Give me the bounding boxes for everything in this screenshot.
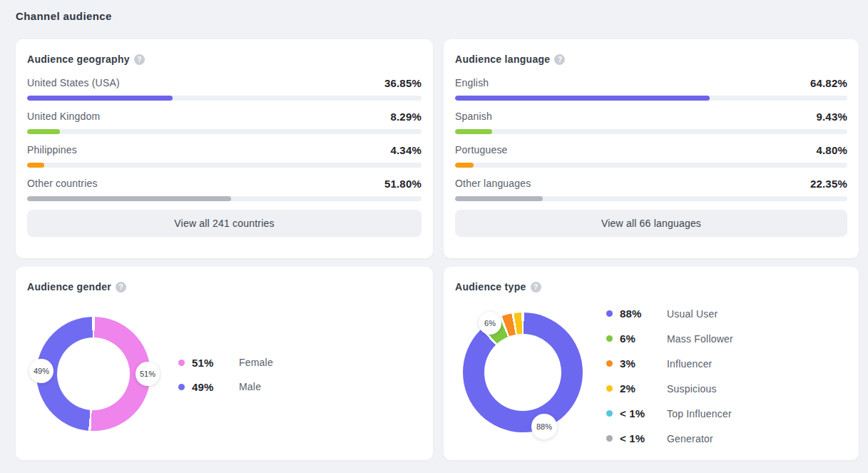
page-title: Channel audience — [16, 10, 859, 22]
legend-dot-male — [178, 384, 185, 390]
legend-item-usual-user: 88% Usual User — [606, 301, 733, 326]
language-value: 64.82% — [810, 77, 847, 89]
legend-label: Male — [239, 381, 261, 392]
progress-track — [27, 129, 422, 134]
progress-fill — [27, 96, 173, 101]
card-header: Audience type — [455, 280, 847, 294]
legend-value: 88% — [620, 307, 655, 320]
legend-label: Mass Follower — [667, 333, 733, 345]
card-title: Audience type — [455, 281, 526, 293]
progress-fill — [455, 163, 474, 168]
audience-type-card: Audience type 6% 88% 88% Usual User 6% M… — [444, 267, 859, 460]
legend-dot — [606, 335, 613, 342]
legend-label: Influencer — [667, 358, 712, 370]
legend-dot — [606, 385, 613, 392]
legend-item-mass-follower: 6% Mass Follower — [606, 326, 733, 351]
help-question-icon[interactable] — [116, 282, 126, 293]
progress-fill — [27, 129, 60, 134]
card-header: Audience language — [455, 52, 847, 66]
view-all-languages-button[interactable]: View all 66 languages — [455, 210, 847, 237]
legend-dot — [606, 360, 613, 367]
cards-grid: Audience geography United States (USA) 3… — [16, 39, 859, 460]
legend-dot — [606, 310, 613, 317]
audience-gender-card: Audience gender 49% 51% 51% Female 49% M… — [16, 267, 433, 460]
legend-item-male: 49% Male — [178, 375, 273, 399]
card-title: Audience geography — [27, 54, 130, 65]
progress-track — [455, 196, 847, 201]
legend-value: 51% — [192, 357, 228, 369]
card-title: Audience gender — [27, 281, 111, 293]
card-title: Audience language — [455, 54, 550, 65]
country-value: 8.29% — [390, 111, 422, 123]
progress-track — [455, 129, 847, 134]
stat-row: Philippines 4.34% — [27, 143, 422, 168]
audience-language-card: Audience language English 64.82% Spanish… — [444, 39, 859, 258]
legend-item-top-influencer: < 1% Top Influencer — [606, 401, 733, 426]
mass-follower-share-badge: 6% — [479, 312, 501, 335]
stat-row: Other countries 51.80% — [27, 176, 422, 201]
country-value: 51.80% — [384, 178, 422, 190]
stat-row: United Kingdom 8.29% — [27, 109, 422, 134]
language-label: Portuguese — [455, 144, 508, 156]
country-label: United States (USA) — [27, 77, 120, 88]
country-label: Other countries — [27, 178, 98, 189]
type-legend: 88% Usual User 6% Mass Follower 3% Influ… — [606, 301, 733, 451]
gender-legend: 51% Female 49% Male — [178, 350, 273, 399]
card-header: Audience geography — [27, 52, 422, 66]
language-label: Spanish — [455, 111, 492, 122]
language-value: 9.43% — [816, 111, 847, 123]
legend-dot-female — [178, 360, 185, 366]
legend-label: Generator — [667, 433, 713, 444]
progress-track — [455, 163, 847, 168]
progress-fill — [455, 96, 710, 101]
progress-track — [455, 96, 847, 101]
view-all-countries-button[interactable]: View all 241 countries — [27, 210, 422, 237]
help-question-icon[interactable] — [531, 282, 541, 293]
legend-label: Top Influencer — [667, 408, 732, 419]
usual-user-share-badge: 88% — [531, 414, 557, 439]
female-share-badge: 51% — [136, 362, 160, 386]
progress-fill — [455, 129, 492, 134]
legend-label: Female — [239, 357, 273, 368]
stat-row: Spanish 9.43% — [455, 109, 847, 134]
card-header: Audience gender — [27, 280, 422, 294]
progress-fill — [455, 196, 543, 201]
legend-value: 2% — [620, 382, 655, 395]
stat-row: Portuguese 4.80% — [455, 143, 847, 168]
help-question-icon[interactable] — [554, 54, 565, 65]
stat-row: United States (USA) 36.85% — [27, 76, 422, 101]
language-value: 22.35% — [810, 178, 847, 190]
legend-dot — [606, 435, 613, 442]
legend-value: 3% — [620, 357, 655, 370]
legend-item-suspicious: 2% Suspicious — [606, 376, 733, 401]
legend-value: 6% — [620, 332, 655, 345]
country-label: Philippines — [27, 144, 77, 156]
male-share-badge: 49% — [29, 359, 53, 383]
language-label: English — [455, 77, 489, 88]
progress-track — [27, 163, 422, 168]
progress-track — [27, 96, 422, 101]
stat-row: Other languages 22.35% — [455, 176, 847, 201]
legend-item-generator: < 1% Generator — [606, 426, 733, 451]
legend-label: Suspicious — [667, 383, 717, 395]
language-value: 4.80% — [816, 144, 847, 156]
progress-fill — [27, 163, 44, 168]
legend-value: < 1% — [620, 432, 655, 444]
country-value: 4.34% — [390, 144, 422, 156]
language-label: Other languages — [455, 178, 531, 189]
legend-item-female: 51% Female — [178, 350, 273, 375]
legend-dot — [606, 410, 613, 417]
legend-value: 49% — [192, 381, 228, 393]
help-question-icon[interactable] — [134, 54, 145, 65]
country-label: United Kingdom — [27, 111, 100, 122]
legend-label: Usual User — [667, 308, 718, 320]
legend-value: < 1% — [620, 407, 655, 419]
country-value: 36.85% — [384, 77, 422, 89]
audience-geography-card: Audience geography United States (USA) 3… — [16, 39, 433, 258]
stat-row: English 64.82% — [455, 76, 847, 101]
gender-donut-chart — [36, 317, 150, 431]
progress-track — [27, 196, 422, 201]
progress-fill — [27, 196, 231, 201]
legend-item-influencer: 3% Influencer — [606, 351, 733, 376]
